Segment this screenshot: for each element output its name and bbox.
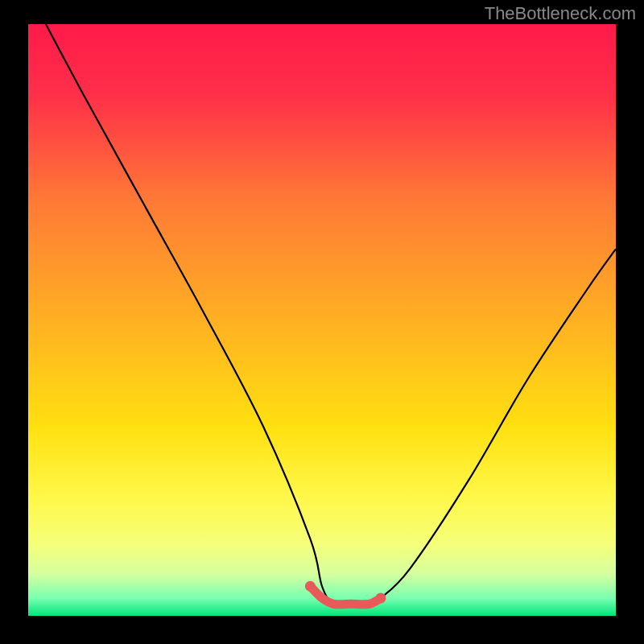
bottleneck-curve bbox=[46, 24, 616, 605]
svg-point-2 bbox=[376, 592, 386, 603]
curve-overlay bbox=[28, 24, 616, 616]
watermark-text: TheBottleneck.com bbox=[485, 3, 636, 24]
svg-point-1 bbox=[305, 581, 316, 592]
highlight-band bbox=[310, 586, 381, 605]
chart-plot-area bbox=[28, 24, 616, 616]
